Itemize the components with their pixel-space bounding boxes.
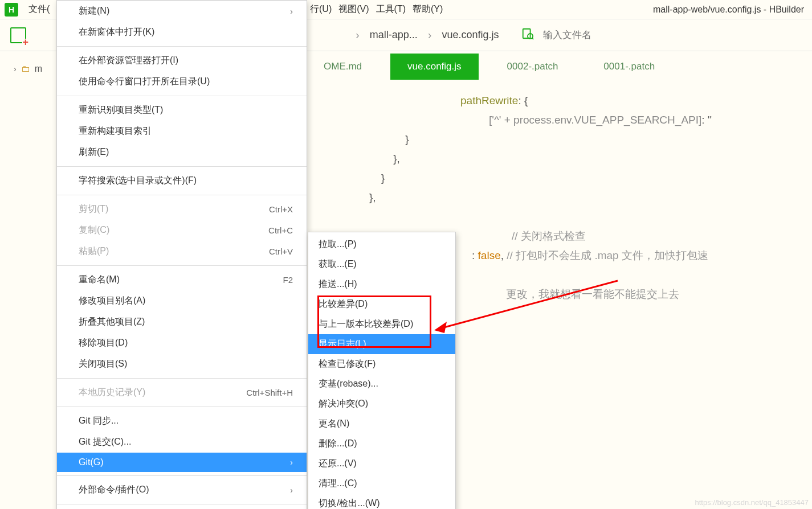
ctx-paste[interactable]: 粘贴(P)Ctrl+V (57, 241, 307, 262)
sub-diff-prev[interactable]: 与上一版本比较差异(D) (308, 314, 455, 334)
chevron-right-icon: › (290, 458, 293, 467)
sub-revert[interactable]: 还原...(V) (308, 454, 455, 474)
chevron-right-icon: › (290, 7, 293, 16)
window-title: mall-app-web/vue.config.js - HBuilder (653, 5, 812, 15)
ctx-rebuild-index[interactable]: 重新构建项目索引 (57, 121, 307, 142)
sub-switch[interactable]: 切换/检出...(W) (308, 494, 455, 509)
ctx-search[interactable]: 字符搜索(选中目录或文件)(F) (57, 170, 307, 191)
sidebar: › 🗀 m (0, 51, 56, 509)
ctx-open-cmd[interactable]: 使用命令行窗口打开所在目录(U) (57, 71, 307, 92)
chevron-right-icon: › (290, 486, 293, 495)
ctx-open-new-window[interactable]: 在新窗体中打开(K) (57, 22, 307, 43)
ctx-reidentify[interactable]: 重新识别项目类型(T) (57, 100, 307, 121)
menu-file[interactable]: 文件( (25, 0, 53, 19)
app-icon: H (5, 3, 18, 17)
chevron-right-icon: › (428, 28, 432, 42)
new-file-icon[interactable] (10, 27, 26, 43)
menu-run[interactable]: 行(U) (307, 0, 335, 19)
tab[interactable]: OME.md (307, 54, 379, 80)
sub-pull[interactable]: 拉取...(P) (308, 235, 455, 255)
svg-line-2 (532, 38, 534, 39)
breadcrumb-item[interactable]: mall-app... (370, 29, 418, 41)
ctx-refresh[interactable]: 刷新(E) (57, 142, 307, 163)
tab[interactable]: 0002-.patch (490, 54, 576, 80)
ctx-new[interactable]: 新建(N)› (57, 1, 307, 22)
sub-push[interactable]: 推送...(H) (308, 274, 455, 294)
ctx-fold[interactable]: 折叠其他项目(Z) (57, 311, 307, 333)
ctx-alias[interactable]: 修改项目别名(A) (57, 290, 307, 311)
sub-rename[interactable]: 更名(N) (308, 414, 455, 434)
tree-item[interactable]: › 🗀 m (0, 60, 56, 77)
chevron-right-icon: › (356, 28, 360, 42)
folder-icon: 🗀 (21, 64, 30, 74)
search-icon[interactable] (521, 27, 534, 43)
ctx-remove[interactable]: 移除项目(D) (57, 333, 307, 354)
ctx-open-external[interactable]: 在外部资源管理器打开(I) (57, 50, 307, 71)
menu-help[interactable]: 帮助(Y) (409, 0, 446, 19)
context-menu: 新建(N)› 在新窗体中打开(K) 在外部资源管理器打开(I) 使用命令行窗口打… (56, 0, 307, 509)
ctx-git-commit[interactable]: Git 提交(C)... (57, 432, 307, 453)
sub-rebase[interactable]: 变基(rebase)... (308, 374, 455, 394)
sub-diff[interactable]: 比较差异(D) (308, 294, 455, 314)
ctx-ext-cmd[interactable]: 外部命令/插件(O)› (57, 479, 307, 500)
ctx-close[interactable]: 关闭项目(S) (57, 354, 307, 375)
ctx-git[interactable]: Git(G)› (57, 453, 307, 472)
ctx-rename[interactable]: 重命名(M)F2 (57, 269, 307, 290)
tree-item-label: m (35, 64, 42, 74)
ctx-copy[interactable]: 复制(C)Ctrl+C (57, 220, 307, 241)
search-input[interactable] (543, 30, 646, 41)
tab-active[interactable]: vue.config.js (390, 54, 479, 80)
ctx-history[interactable]: 本地历史记录(Y)Ctrl+Shift+H (57, 382, 307, 403)
ctx-cut[interactable]: 剪切(T)Ctrl+X (57, 199, 307, 220)
tab[interactable]: 0001-.patch (586, 54, 672, 80)
sub-check-mod[interactable]: 检查已修改(F) (308, 354, 455, 374)
sub-resolve[interactable]: 解决冲突(O) (308, 394, 455, 414)
chevron-right-icon: › (14, 64, 17, 73)
watermark: https://blog.csdn.net/qq_41853447 (695, 498, 809, 507)
sub-delete[interactable]: 删除...(D) (308, 434, 455, 454)
sub-clean[interactable]: 清理...(C) (308, 474, 455, 494)
sub-fetch[interactable]: 获取...(E) (308, 255, 455, 274)
menu-view[interactable]: 视图(V) (335, 0, 372, 19)
menu-tools[interactable]: 工具(T) (373, 0, 409, 19)
breadcrumb-item[interactable]: vue.config.js (442, 29, 499, 41)
git-submenu: 拉取...(P) 获取...(E) 推送...(H) 比较差异(D) 与上一版本… (308, 232, 456, 509)
search-box (521, 27, 651, 43)
ctx-git-sync[interactable]: Git 同步... (57, 411, 307, 432)
sub-show-log[interactable]: 显示日志(L) (308, 334, 455, 354)
